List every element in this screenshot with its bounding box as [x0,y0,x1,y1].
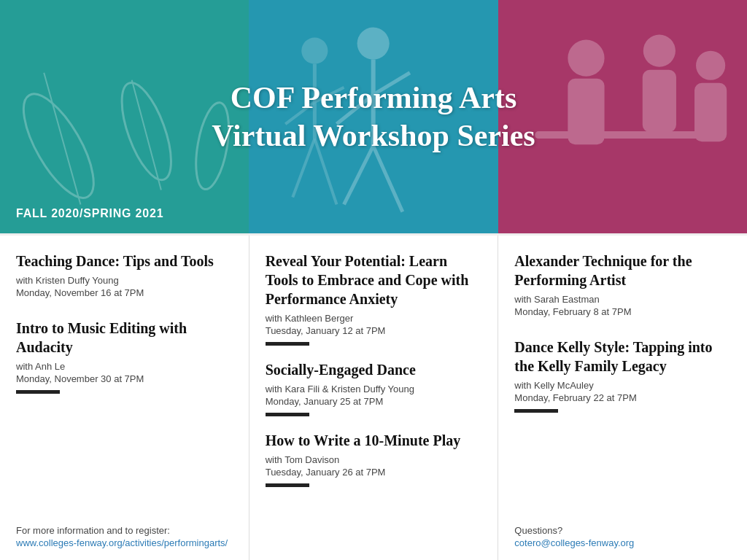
col3-bottom: Questions? cotero@colleges-fenway.org [514,524,731,549]
info-link[interactable]: www.colleges-fenway.org/activities/perfo… [16,537,233,548]
workshop-title-2: Intro to Music Editing with Audacity [16,319,233,357]
svg-line-14 [315,88,344,102]
svg-point-5 [357,28,390,60]
svg-point-21 [696,51,725,80]
workshop-audacity: Intro to Music Editing with Audacity wit… [16,319,233,394]
hero-subtitle: FALL 2020/SPRING 2021 [16,207,163,219]
workshop-performance-anxiety: Reveal Your Potential: Learn Tools to Em… [266,252,482,346]
workshop-bar-7 [514,409,558,413]
hero-section: COF Performing Arts Virtual Workshop Ser… [0,0,747,233]
workshop-title-7: Dance Kelly Style: Tapping into the Kell… [514,338,731,376]
workshop-presenter-6: with Sarah Eastman [514,294,731,305]
workshop-teaching-dance: Teaching Dance: Tips and Tools with Kris… [16,252,233,304]
svg-line-10 [374,146,403,211]
workshop-date-1: Monday, November 16 at 7PM [16,287,233,298]
svg-line-9 [344,146,374,204]
workshop-presenter-7: with Kelly McAuley [514,380,731,391]
svg-point-2 [112,77,181,185]
svg-line-15 [293,139,315,197]
workshop-bar-4 [266,413,309,416]
workshop-bar-5 [266,483,309,487]
workshop-title-5: How to Write a 10-Minute Play [266,431,482,450]
workshop-presenter-2: with Anh Le [16,361,233,372]
svg-rect-23 [535,131,711,139]
svg-line-3 [132,80,161,190]
col1-bottom: For more information and to register: ww… [16,524,233,549]
workshop-date-7: Monday, February 22 at 7PM [514,392,731,403]
svg-point-4 [190,100,234,192]
workshop-presenter-5: with Tom Davison [266,454,482,465]
workshop-date-5: Tuesday, January 26 at 7PM [266,467,482,478]
workshop-presenter-4: with Kara Fili & Kristen Duffy Young [266,384,482,394]
workshop-bar-3 [266,342,309,346]
info-label: For more information and to register: [16,524,233,538]
workshop-date-3: Tuesday, January 12 at 7PM [266,325,482,336]
main-container: COF Performing Arts Virtual Workshop Ser… [0,0,747,560]
hero-col-2 [249,0,498,233]
svg-line-8 [374,73,410,95]
workshop-bar-2 [16,390,60,394]
svg-point-11 [302,38,328,64]
workshop-presenter-3: with Kathleen Berger [266,313,482,324]
workshop-date-6: Monday, February 8 at 7PM [514,306,731,317]
workshop-kelly-style: Dance Kelly Style: Tapping into the Kell… [514,338,731,413]
content-col-1: Teaching Dance: Tips and Tools with Kris… [0,236,249,560]
content-col-2: Reveal Your Potential: Learn Tools to Em… [249,236,499,560]
svg-point-19 [643,35,675,67]
hero-col-3 [498,0,747,233]
svg-point-0 [10,85,107,208]
svg-line-1 [44,73,80,205]
svg-line-13 [286,102,315,124]
svg-line-16 [315,139,337,204]
workshop-title-1: Teaching Dance: Tips and Tools [16,252,233,271]
workshop-presenter-1: with Kristen Duffy Young [16,275,233,286]
workshop-alexander-technique: Alexander Technique for the Performing A… [514,252,731,323]
workshop-title-3: Reveal Your Potential: Learn Tools to Em… [266,252,482,308]
workshop-date-4: Monday, January 25 at 7PM [266,396,482,407]
svg-point-17 [568,40,604,77]
workshop-title-6: Alexander Technique for the Performing A… [514,252,731,289]
questions-link[interactable]: cotero@colleges-fenway.org [514,537,731,548]
questions-label: Questions? [514,524,731,538]
svg-line-7 [337,95,374,124]
workshop-ten-minute-play: How to Write a 10-Minute Play with Tom D… [266,431,482,487]
workshop-socially-engaged-dance: Socially-Engaged Dance with Kara Fili & … [266,360,482,416]
content-col-3: Alexander Technique for the Performing A… [498,236,747,560]
hero-subtitle-row: FALL 2020/SPRING 2021 [0,194,179,233]
workshop-title-4: Socially-Engaged Dance [266,360,482,379]
workshop-date-2: Monday, November 30 at 7PM [16,373,233,384]
content-section: Teaching Dance: Tips and Tools with Kris… [0,233,747,560]
svg-rect-20 [642,70,676,132]
